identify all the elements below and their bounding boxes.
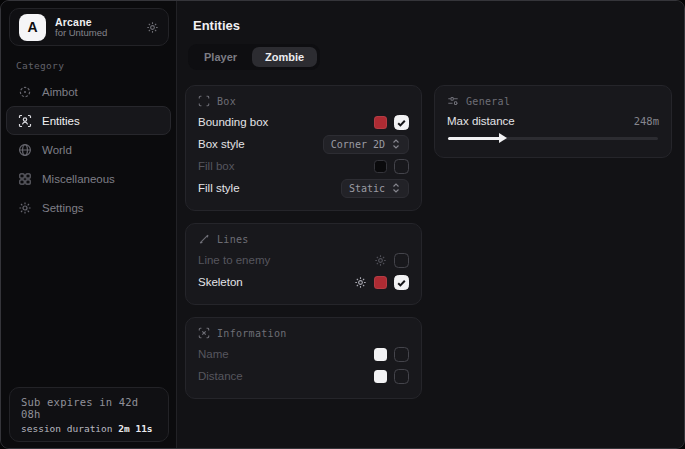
session-duration-value: 2m 11s (118, 423, 152, 434)
tab-zombie[interactable]: Zombie (252, 47, 317, 67)
sliders-icon (447, 95, 459, 107)
box-icon (198, 95, 210, 107)
crosshair-icon (18, 85, 32, 99)
gear-icon[interactable] (146, 21, 159, 34)
tab-player[interactable]: Player (191, 47, 250, 67)
dropdown-value: Corner 2D (331, 139, 385, 150)
color-swatch[interactable] (374, 348, 387, 361)
setting-row-fill-style: Fill style Static (198, 177, 409, 199)
card-title: General (466, 96, 510, 107)
information-icon (198, 327, 210, 339)
checkbox-fill-box[interactable] (394, 159, 409, 174)
setting-row-name: Name (198, 343, 409, 365)
chevron-up-down-icon (391, 182, 401, 194)
sidebar-item-miscellaneous[interactable]: Miscellaneous (6, 164, 171, 193)
card-title: Box (217, 96, 236, 107)
checkbox-name[interactable] (394, 347, 409, 362)
globe-icon (18, 143, 32, 157)
gear-icon (18, 201, 32, 215)
grid-icon (18, 172, 32, 186)
slider-value: 248m (634, 115, 659, 127)
sidebar-item-label: World (42, 144, 72, 156)
app-window: A Arcane for Untumed Category Aimbot Ent… (0, 0, 685, 449)
setting-row-fill-box: Fill box (198, 155, 409, 177)
sidebar-item-label: Settings (42, 202, 84, 214)
entity-tabs: Player Zombie (188, 44, 320, 70)
color-swatch[interactable] (374, 276, 387, 289)
checkbox-distance[interactable] (394, 369, 409, 384)
card-title: Lines (217, 234, 249, 245)
card-title: Information (217, 328, 287, 339)
max-distance-slider[interactable] (448, 133, 658, 143)
setting-row-line-to-enemy: Line to enemy (198, 249, 409, 271)
box-style-dropdown[interactable]: Corner 2D (323, 135, 409, 154)
lines-card: Lines Line to enemy Skeleton (185, 223, 422, 305)
color-swatch[interactable] (374, 370, 387, 383)
line-icon (198, 233, 210, 245)
sidebar-item-label: Aimbot (42, 86, 78, 98)
category-label: Category (16, 60, 176, 71)
content: Box Bounding box Box style Corner 2D (177, 70, 684, 399)
sidebar-item-label: Entities (42, 115, 80, 127)
gear-icon[interactable] (374, 254, 387, 267)
session-duration: session duration 2m 11s (21, 423, 157, 434)
brand-title: Arcane (55, 16, 137, 28)
entities-icon (18, 114, 32, 128)
sidebar-item-label: Miscellaneous (42, 173, 115, 185)
app-logo: A (19, 14, 46, 41)
general-card: General Max distance 248m (434, 85, 672, 158)
setting-row-distance: Distance (198, 365, 409, 387)
sidebar-menu: Aimbot Entities World Miscellaneous Sett… (1, 77, 176, 222)
color-swatch[interactable] (374, 160, 387, 173)
brand-subtitle: for Untumed (55, 28, 137, 39)
subscription-expiry: Sub expires in 42d 08h (21, 396, 157, 420)
checkbox-bounding-box[interactable] (394, 115, 409, 130)
subscription-card: Sub expires in 42d 08h session duration … (9, 387, 169, 442)
sidebar-item-entities[interactable]: Entities (6, 106, 171, 135)
setting-row-box-style: Box style Corner 2D (198, 133, 409, 155)
checkbox-skeleton[interactable] (394, 275, 409, 290)
main-panel: Entities Player Zombie Box Bounding box (176, 1, 684, 448)
information-card: Information Name Distance (185, 317, 422, 399)
fill-style-dropdown[interactable]: Static (341, 179, 409, 198)
color-swatch[interactable] (374, 116, 387, 129)
setting-row-bounding-box: Bounding box (198, 111, 409, 133)
page-title: Entities (193, 18, 684, 33)
box-card: Box Bounding box Box style Corner 2D (185, 85, 422, 211)
brand-card: A Arcane for Untumed (9, 8, 169, 46)
chevron-up-down-icon (391, 138, 401, 150)
sidebar-item-world[interactable]: World (6, 135, 171, 164)
sidebar-item-settings[interactable]: Settings (6, 193, 171, 222)
dropdown-value: Static (349, 183, 385, 194)
setting-row-skeleton: Skeleton (198, 271, 409, 293)
sidebar: A Arcane for Untumed Category Aimbot Ent… (1, 1, 176, 448)
slider-thumb[interactable] (499, 133, 507, 143)
slider-label: Max distance (447, 115, 515, 127)
sidebar-item-aimbot[interactable]: Aimbot (6, 77, 171, 106)
checkbox-line-to-enemy[interactable] (394, 253, 409, 268)
gear-icon[interactable] (354, 276, 367, 289)
